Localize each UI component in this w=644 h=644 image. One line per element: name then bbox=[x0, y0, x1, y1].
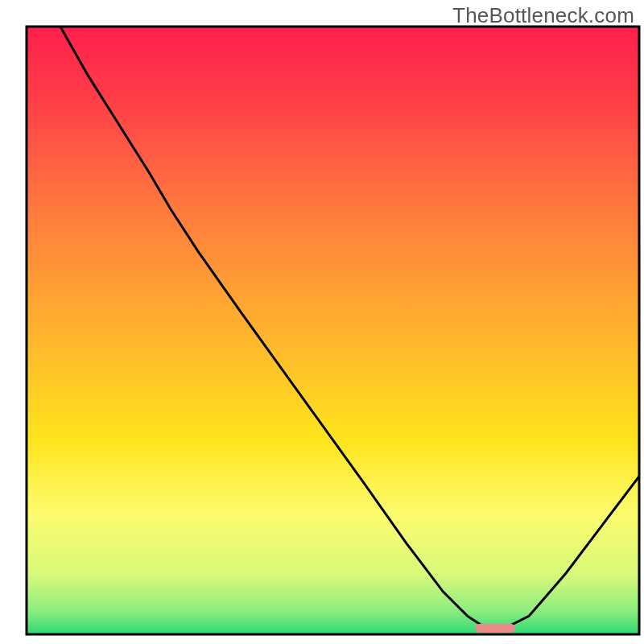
gradient-background bbox=[27, 27, 639, 634]
watermark-text: TheBottleneck.com bbox=[452, 3, 634, 28]
bottleneck-chart bbox=[0, 0, 644, 644]
chart-stage: TheBottleneck.com bbox=[0, 0, 644, 644]
optimal-range-marker bbox=[475, 624, 514, 633]
